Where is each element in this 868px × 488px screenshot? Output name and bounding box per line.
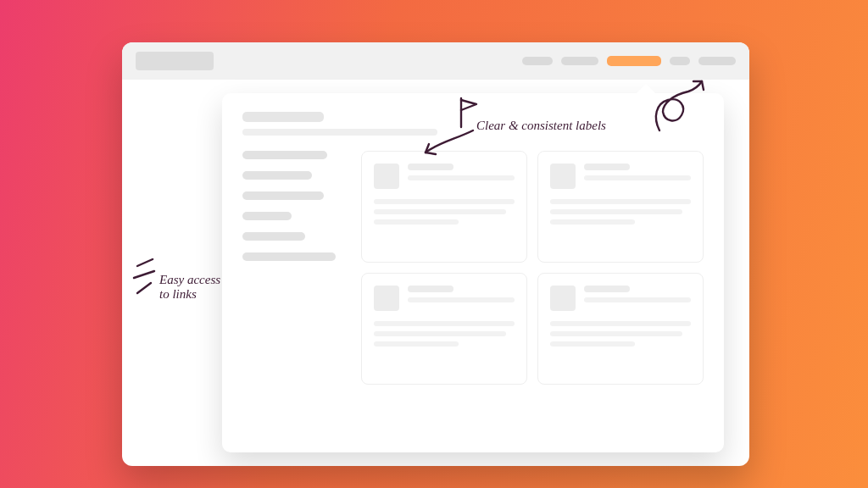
card-title-placeholder [584, 286, 630, 292]
nav-item[interactable] [698, 57, 736, 65]
card-line-placeholder [374, 341, 459, 347]
menu-caret-icon [636, 84, 656, 94]
nav-item-active[interactable] [607, 56, 661, 66]
browser-window [122, 42, 749, 466]
mega-menu-panel [222, 93, 724, 452]
nav-item[interactable] [670, 57, 690, 65]
card-title-placeholder [584, 164, 630, 170]
card-title-placeholder [408, 164, 453, 170]
logo-placeholder [136, 52, 214, 70]
sidebar-link-placeholder[interactable] [242, 171, 312, 180]
card-line-placeholder [374, 219, 459, 225]
menu-subtitle-placeholder [242, 129, 437, 136]
card-line-placeholder [550, 341, 635, 347]
card-subtitle-placeholder [408, 297, 515, 302]
menu-card[interactable] [361, 151, 527, 263]
menu-cards-grid [361, 151, 704, 385]
menu-card[interactable] [537, 273, 704, 385]
card-subtitle-placeholder [584, 297, 691, 302]
sidebar-link-placeholder[interactable] [242, 212, 292, 220]
card-line-placeholder [550, 331, 682, 336]
card-thumb-placeholder [550, 286, 576, 311]
card-line-placeholder [374, 209, 506, 214]
menu-card[interactable] [361, 273, 527, 385]
menu-header [242, 112, 704, 136]
card-line-placeholder [374, 199, 515, 204]
sidebar-link-placeholder[interactable] [242, 191, 324, 200]
sidebar-link-placeholder[interactable] [242, 232, 305, 241]
card-subtitle-placeholder [584, 175, 691, 180]
card-line-placeholder [550, 219, 635, 225]
card-line-placeholder [550, 321, 691, 326]
nav-item[interactable] [561, 57, 598, 65]
nav-item[interactable] [522, 57, 553, 65]
card-line-placeholder [374, 331, 506, 336]
menu-title-placeholder [242, 112, 324, 122]
card-thumb-placeholder [374, 164, 399, 189]
browser-topbar [122, 42, 749, 80]
menu-card[interactable] [537, 151, 704, 263]
card-title-placeholder [408, 286, 453, 292]
card-line-placeholder [550, 199, 691, 204]
sidebar-link-placeholder[interactable] [242, 151, 327, 159]
card-thumb-placeholder [374, 286, 399, 311]
nav-bar [522, 56, 736, 66]
card-line-placeholder [374, 321, 515, 326]
card-subtitle-placeholder [408, 175, 515, 180]
card-thumb-placeholder [550, 164, 576, 189]
sidebar-link-placeholder[interactable] [242, 252, 336, 261]
card-line-placeholder [550, 209, 682, 214]
menu-sidebar-links [242, 151, 344, 385]
